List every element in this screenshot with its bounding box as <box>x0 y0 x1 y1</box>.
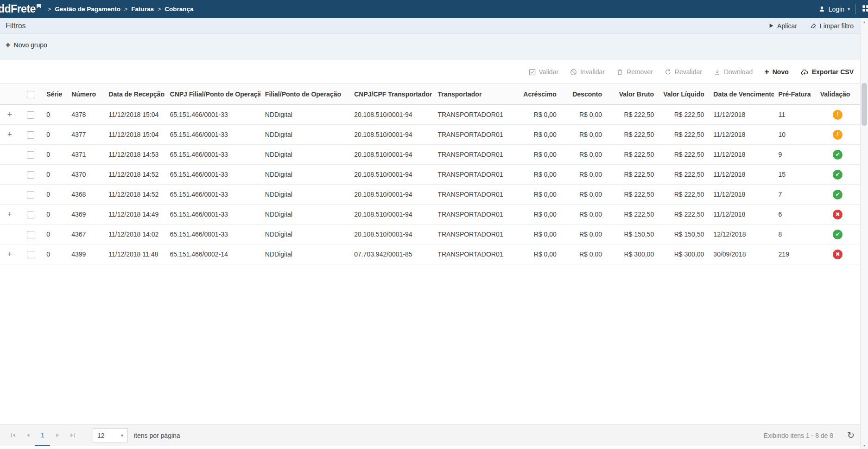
column-header-valor_bruto[interactable]: Valor Bruto <box>607 84 659 105</box>
expand-cell <box>0 185 19 205</box>
first-page-button[interactable] <box>6 424 20 446</box>
new-button[interactable]: + Novo <box>764 68 789 76</box>
column-label: Data de Vencimento <box>713 90 773 98</box>
filters-actions: Aplicar Limpar filtro <box>768 22 854 30</box>
table-header: SérieNúmeroData de Recepção↓CNPJ Filial/… <box>0 84 860 105</box>
cell-acrescimo: R$ 0,00 <box>517 125 561 145</box>
cell-valor_bruto: R$ 222,50 <box>607 165 659 185</box>
expand-row-icon[interactable]: + <box>7 210 13 219</box>
invalidate-button[interactable]: Invalidar <box>570 68 605 76</box>
column-label: Série <box>46 90 62 98</box>
page-number-current[interactable]: 1 <box>35 424 50 446</box>
cell-pre_fatura: 6 <box>774 205 816 224</box>
next-page-button[interactable] <box>50 424 65 446</box>
column-header-valor_liquido[interactable]: Valor Líquido <box>659 84 709 105</box>
cell-data_vencimento: 11/12/2018 <box>709 165 773 185</box>
validate-button[interactable]: Validar <box>529 68 559 76</box>
column-header-filial[interactable]: Filial/Ponto de Operação <box>260 84 349 105</box>
cell-pre_fatura: 9 <box>774 145 816 165</box>
column-header-acrescimo[interactable]: Acréscimo <box>517 84 561 105</box>
select-cell <box>19 224 42 244</box>
column-label: Valor Bruto <box>619 90 654 98</box>
column-header-pre_fatura[interactable]: Pré-Fatura <box>774 84 816 105</box>
grid-toolbar: Validar Invalidar Remover <box>0 60 860 83</box>
select-all-checkbox[interactable] <box>27 91 34 98</box>
cell-data_vencimento: 11/12/2018 <box>709 125 773 145</box>
vertical-scrollbar[interactable]: ▲ ▼ <box>860 18 868 449</box>
expand-row-icon[interactable]: + <box>7 110 13 119</box>
select-cell <box>19 185 42 205</box>
new-filter-group-button[interactable]: + Novo grupo <box>6 41 47 49</box>
scrollbar-up-arrow-icon[interactable]: ▲ <box>861 18 868 26</box>
validate-label: Validar <box>539 68 559 76</box>
cell-valor_bruto: R$ 222,50 <box>607 145 659 165</box>
column-header-transportador[interactable]: Transportador <box>433 84 516 105</box>
column-header-desconto[interactable]: Desconto <box>561 84 607 105</box>
cell-valor_bruto: R$ 222,50 <box>607 125 659 145</box>
plus-icon: + <box>764 69 769 75</box>
validation-cell: ✔ <box>816 145 860 165</box>
export-csv-button[interactable]: Exportar CSV <box>800 68 854 76</box>
breadcrumb-item-faturas[interactable]: Faturas <box>131 6 154 13</box>
expand-row-icon[interactable]: + <box>7 250 13 259</box>
scrollbar-thumb[interactable] <box>862 83 867 126</box>
row-checkbox[interactable] <box>27 211 34 218</box>
select-cell <box>19 105 42 125</box>
clear-filter-button[interactable]: Limpar filtro <box>810 22 854 30</box>
row-checkbox[interactable] <box>27 171 34 179</box>
filters-panel-body: + Novo grupo <box>0 34 860 60</box>
app-logo[interactable]: ddFrete <box>0 3 41 15</box>
column-header-data_recepcao[interactable]: Data de Recepção↓ <box>104 84 165 105</box>
cell-serie: 0 <box>42 145 67 165</box>
expand-cell: + <box>0 244 19 264</box>
breadcrumb: > Gestão de Pagamento > Faturas > Cobran… <box>48 6 194 13</box>
cell-transportador: TRANSPORTADOR01 <box>433 125 516 145</box>
refresh-grid-icon[interactable]: ↻ <box>847 431 855 440</box>
apps-menu-button[interactable] <box>862 4 868 14</box>
expand-row-icon[interactable]: + <box>7 130 13 139</box>
column-header-data_vencimento[interactable]: Data de Vencimento <box>709 84 773 105</box>
cell-desconto: R$ 0,00 <box>561 165 607 185</box>
breadcrumb-item-gestao-de-pagamento[interactable]: Gestão de Pagamento <box>55 6 120 13</box>
breadcrumb-item-cobranca[interactable]: Cobrança <box>165 6 193 13</box>
navbar-right: Login ▾ <box>818 4 866 14</box>
cell-data_vencimento: 11/12/2018 <box>709 105 773 125</box>
column-header-cnpj_transportador[interactable]: CNPJ/CPF Transportador <box>349 84 433 105</box>
cell-pre_fatura: 8 <box>774 224 816 244</box>
apply-filter-button[interactable]: Aplicar <box>768 22 797 30</box>
remove-button[interactable]: Remover <box>616 68 653 76</box>
cell-data_vencimento: 11/12/2018 <box>709 145 773 165</box>
select-cell <box>19 145 42 165</box>
login-menu[interactable]: Login ▾ <box>818 6 850 13</box>
column-header-serie[interactable]: Série <box>42 84 67 105</box>
download-button[interactable]: Download <box>714 68 753 76</box>
last-page-button[interactable] <box>65 424 80 446</box>
revalidate-button[interactable]: Revalidar <box>665 68 702 76</box>
empty-area <box>0 264 860 424</box>
scrollbar-down-arrow-icon[interactable]: ▼ <box>861 442 868 449</box>
row-checkbox[interactable] <box>27 151 34 159</box>
cell-desconto: R$ 0,00 <box>561 224 607 244</box>
invoice-row-4377: +0437711/12/2018 15:0465.151.466/0001-33… <box>0 125 860 145</box>
row-checkbox[interactable] <box>27 111 34 119</box>
column-header-validacao[interactable]: Validação <box>816 84 860 105</box>
navbar-divider <box>855 4 856 14</box>
validation-error-icon: ✖ <box>833 210 843 219</box>
previous-page-button[interactable] <box>20 424 35 446</box>
cell-cnpj_transportador: 20.108.510/0001-94 <box>349 165 433 185</box>
cell-serie: 0 <box>42 165 67 185</box>
column-header-numero[interactable]: Número <box>67 84 104 105</box>
select-cell <box>19 125 42 145</box>
row-checkbox[interactable] <box>27 191 34 199</box>
row-checkbox[interactable] <box>27 131 34 139</box>
column-label: Número <box>71 90 96 98</box>
cell-pre_fatura: 219 <box>774 244 816 264</box>
cell-cnpj_filial: 65.151.466/0002-14 <box>165 244 260 264</box>
page-size-dropdown[interactable]: 12 ▾ <box>93 428 128 443</box>
column-header-cnpj_filial[interactable]: CNPJ Filial/Ponto de Operação <box>165 84 260 105</box>
invoice-row-4370: 0437011/12/2018 14:5265.151.466/0001-33N… <box>0 165 860 185</box>
row-checkbox[interactable] <box>27 251 34 258</box>
column-label: Data de Recepção <box>108 90 165 98</box>
column-label: CNPJ Filial/Ponto de Operação <box>170 90 260 98</box>
row-checkbox[interactable] <box>27 231 34 238</box>
